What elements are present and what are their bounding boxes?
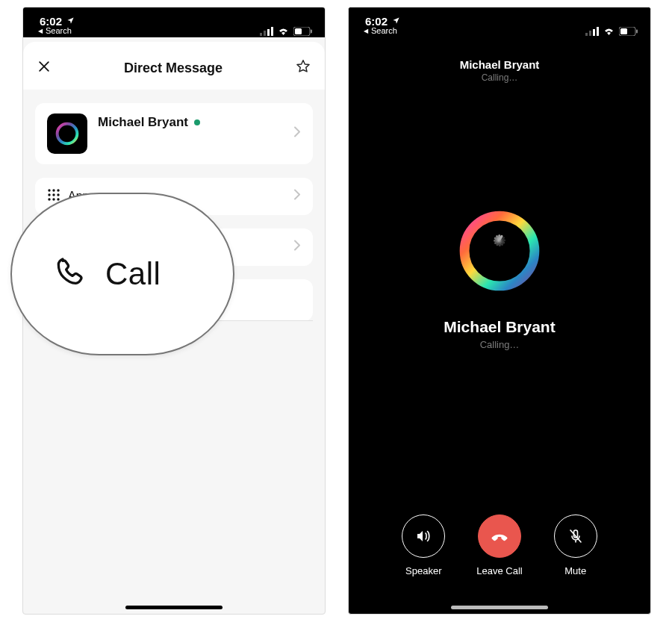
svg-rect-2 [267, 29, 270, 36]
user-name: Michael Bryant [98, 115, 301, 130]
hangup-icon [489, 526, 510, 547]
close-icon[interactable] [37, 59, 52, 77]
chevron-right-icon [293, 189, 301, 205]
cellular-icon [260, 27, 273, 36]
back-to-search[interactable]: Search [365, 27, 400, 36]
mute-icon [567, 527, 585, 545]
speaker-label: Speaker [405, 565, 441, 576]
back-to-search[interactable]: Search [40, 27, 75, 36]
call-callout: Call [10, 193, 234, 355]
svg-rect-22 [620, 28, 627, 34]
phone-calling: 6:02 Search Michael Bryant Calling… [348, 7, 651, 615]
call-controls: Speaker Leave Call Mute [349, 514, 650, 576]
status-time: 6:02 [40, 16, 75, 28]
svg-rect-23 [636, 30, 638, 34]
svg-point-16 [57, 198, 59, 200]
star-icon[interactable] [295, 58, 311, 78]
status-icons [260, 27, 313, 36]
svg-rect-20 [597, 27, 599, 36]
svg-point-8 [48, 189, 50, 191]
svg-rect-18 [589, 31, 591, 36]
svg-point-13 [57, 193, 59, 196]
svg-point-9 [52, 189, 55, 191]
status-time: 6:02 [365, 16, 400, 28]
svg-rect-17 [585, 33, 588, 36]
leave-control: Leave Call [476, 514, 522, 576]
loading-spinner-icon [489, 240, 510, 261]
page-title: Direct Message [124, 60, 223, 76]
wifi-icon [603, 27, 615, 36]
svg-point-11 [48, 193, 50, 196]
speaker-button[interactable] [402, 514, 445, 558]
chevron-right-icon [293, 240, 301, 255]
speaker-control: Speaker [402, 514, 445, 576]
leave-call-label: Leave Call [476, 565, 522, 576]
callee-avatar [452, 203, 547, 299]
mute-button[interactable] [554, 514, 597, 558]
mute-control: Mute [554, 514, 597, 576]
wifi-icon [277, 27, 290, 36]
presence-online-icon [194, 119, 200, 125]
callee-name-small: Michael Bryant [349, 58, 650, 71]
callee-name-large: Michael Bryant [444, 318, 555, 336]
status-bar: 6:02 Search [349, 7, 650, 37]
call-status-large: Calling… [480, 339, 520, 350]
svg-point-10 [57, 189, 59, 191]
call-header: Michael Bryant Calling… [349, 37, 650, 83]
dm-header: Direct Message [23, 42, 325, 90]
svg-rect-1 [264, 31, 266, 36]
svg-rect-6 [311, 30, 312, 34]
svg-rect-5 [295, 28, 302, 34]
speaker-icon [414, 527, 432, 545]
battery-icon [619, 27, 638, 36]
status-bar: 6:02 Search [23, 7, 325, 37]
svg-rect-0 [260, 33, 262, 36]
chevron-right-icon [293, 126, 301, 142]
phone-icon [53, 256, 86, 292]
location-icon [392, 16, 400, 25]
user-avatar [47, 113, 87, 154]
call-label[interactable]: Call [105, 256, 161, 292]
svg-point-15 [52, 198, 55, 200]
svg-point-12 [52, 193, 55, 196]
leave-call-button[interactable] [478, 514, 521, 558]
svg-point-7 [57, 124, 78, 144]
home-indicator[interactable] [451, 606, 548, 609]
svg-rect-19 [593, 29, 595, 36]
svg-point-14 [48, 198, 50, 200]
svg-rect-3 [271, 27, 273, 36]
cellular-icon [585, 27, 599, 36]
call-center: Michael Bryant Calling… [349, 203, 650, 350]
mute-label: Mute [564, 565, 586, 576]
location-icon [66, 16, 75, 25]
user-card[interactable]: Michael Bryant [35, 103, 313, 164]
call-status-small: Calling… [349, 72, 650, 83]
battery-icon [293, 27, 313, 36]
home-indicator[interactable] [125, 606, 223, 609]
status-icons [585, 27, 638, 36]
